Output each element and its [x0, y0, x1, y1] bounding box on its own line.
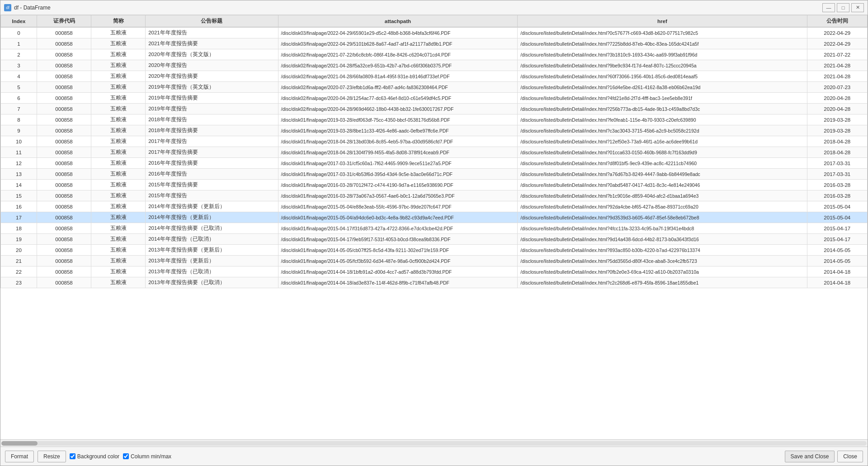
- table-row[interactable]: 16000858五粮液2014年年度报告摘要（更新后）/disc/disk01/…: [1, 201, 868, 212]
- close-button[interactable]: Close: [837, 451, 863, 462]
- table-cell: 五粮液: [91, 256, 146, 266]
- table-row[interactable]: 13000858五粮液2016年年度报告/disc/disk01/finalpa…: [1, 169, 868, 180]
- table-cell: 五粮液: [91, 27, 146, 38]
- close-window-button[interactable]: ✕: [851, 3, 864, 12]
- table-cell: /disclosure/listed/bulletinDetail/index.…: [518, 158, 807, 169]
- table-cell: 2019年年度报告摘要: [146, 93, 278, 104]
- table-row[interactable]: 3000858五粮液2020年年度报告/disc/disk02/finalpag…: [1, 60, 868, 71]
- table-cell: /disclosure/listed/bulletinDetail/index.…: [518, 38, 807, 49]
- table-cell: 2014年年度报告摘要（已取消）: [146, 223, 278, 234]
- app-icon: df: [4, 4, 11, 11]
- table-cell: /disc/disk01/finalpage/2018-04-28/1304f7…: [278, 147, 518, 158]
- col-minmax-checkbox-label[interactable]: Column min/max: [123, 453, 171, 460]
- table-cell: 2018-04-28: [807, 147, 867, 158]
- table-cell: 五粮液: [91, 147, 146, 158]
- table-cell: /disc/disk01/finalpage/2014-04-18/ad3e83…: [278, 277, 518, 288]
- table-row[interactable]: 21000858五粮液2013年年度报告（更新后）/disc/disk01/fi…: [1, 256, 868, 266]
- bg-color-label: Background color: [77, 453, 119, 460]
- table-row[interactable]: 23000858五粮液2013年年度报告摘要（已取消）/disc/disk01/…: [1, 277, 868, 288]
- minimize-button[interactable]: —: [822, 3, 835, 12]
- table-cell: 000858: [37, 104, 91, 114]
- table-cell: 000858: [37, 169, 91, 180]
- col-header-date[interactable]: 公告时间: [807, 15, 867, 28]
- table-row[interactable]: 0000858五粮液2021年年度报告/disc/disk03/finalpag…: [1, 27, 868, 38]
- table-cell: /disclosure/listed/bulletinDetail/index.…: [518, 245, 807, 256]
- table-row[interactable]: 15000858五粮液2015年年度报告/disc/disk01/finalpa…: [1, 190, 868, 201]
- table-cell: 2020年年度报告摘要: [146, 71, 278, 82]
- table-row[interactable]: 5000858五粮液2019年年度报告（英文版）/disc/disk02/fin…: [1, 82, 868, 93]
- table-cell: 五粮液: [91, 190, 146, 201]
- table-container[interactable]: Index 证券代码 简称 公告标题 attachpath href 公告时间 …: [0, 15, 868, 439]
- table-cell: 2018-04-28: [807, 136, 867, 147]
- bg-color-checkbox[interactable]: [70, 453, 75, 459]
- bg-color-checkbox-label[interactable]: Background color: [70, 453, 119, 460]
- scrollbar-thumb[interactable]: [1, 441, 38, 446]
- table-cell: 2015-05-04: [807, 212, 867, 223]
- table-cell: 2017年年度报告摘要: [146, 147, 278, 158]
- bottom-right: Save and Close Close: [785, 451, 863, 462]
- table-row[interactable]: 22000858五粮液2013年年度报告（已取消）/disc/disk01/fi…: [1, 266, 868, 277]
- title-bar-left: df df - DataFrame: [4, 4, 51, 11]
- table-cell: 000858: [37, 38, 91, 49]
- table-row[interactable]: 20000858五粮液2013年年度报告摘要（更新后）/disc/disk01/…: [1, 245, 868, 256]
- table-cell: 2018年年度报告: [146, 114, 278, 125]
- table-cell: 五粮液: [91, 277, 146, 288]
- table-cell: 000858: [37, 234, 91, 245]
- table-row[interactable]: 9000858五粮液2018年年度报告摘要/disc/disk01/finalp…: [1, 125, 868, 136]
- table-cell: 2016年年度报告摘要: [146, 158, 278, 169]
- table-cell: 2018年年度报告摘要: [146, 125, 278, 136]
- table-cell: 2015-05-04: [807, 201, 867, 212]
- table-cell: 2014年年度报告（已取消）: [146, 234, 278, 245]
- col-header-title[interactable]: 公告标题: [146, 15, 278, 28]
- table-row[interactable]: 18000858五粮液2014年年度报告摘要（已取消）/disc/disk01/…: [1, 223, 868, 234]
- table-cell: /disc/disk01/finalpage/2015-05-04/a94dc6…: [278, 212, 518, 223]
- col-header-code[interactable]: 证券代码: [37, 15, 91, 28]
- table-row[interactable]: 10000858五粮液2017年年度报告/disc/disk01/finalpa…: [1, 136, 868, 147]
- col-header-index[interactable]: Index: [1, 15, 37, 28]
- table-row[interactable]: 2000858五粮液2020年年度报告（英文版）/disc/disk02/fin…: [1, 49, 868, 60]
- scrollbar-track[interactable]: [1, 441, 867, 446]
- table-cell: /disc/disk02/finalpage/2020-04-28/969d46…: [278, 104, 518, 114]
- table-row[interactable]: 7000858五粮液2019年年度报告/disc/disk02/finalpag…: [1, 104, 868, 114]
- col-minmax-checkbox[interactable]: [123, 453, 129, 459]
- maximize-button[interactable]: □: [837, 3, 849, 12]
- table-cell: /disclosure/listed/bulletinDetail/index.…: [518, 49, 807, 60]
- table-cell: 2: [1, 49, 37, 60]
- table-cell: /disclosure/listed/bulletinDetail/index.…: [518, 93, 807, 104]
- col-minmax-label: Column min/max: [131, 453, 171, 460]
- table-cell: /disc/disk01/finalpage/2017-03-31/cf5c60…: [278, 158, 518, 169]
- table-cell: 23: [1, 277, 37, 288]
- table-cell: 五粮液: [91, 114, 146, 125]
- table-cell: 000858: [37, 245, 91, 256]
- table-cell: /disclosure/listed/bulletinDetail/index.…: [518, 82, 807, 93]
- table-row[interactable]: 1000858五粮液2021年年度报告摘要/disc/disk03/finalp…: [1, 38, 868, 49]
- table-cell: 五粮液: [91, 71, 146, 82]
- table-cell: /disc/disk03/finalpage/2022-04-29/65901e…: [278, 27, 518, 38]
- save-close-button[interactable]: Save and Close: [785, 451, 835, 462]
- table-cell: 8: [1, 114, 37, 125]
- table-header-row: Index 证券代码 简称 公告标题 attachpath href 公告时间: [1, 15, 868, 28]
- table-cell: 2020-04-28: [807, 104, 867, 114]
- table-cell: 2017-03-31: [807, 169, 867, 180]
- table-cell: 3: [1, 60, 37, 71]
- data-table: Index 证券代码 简称 公告标题 attachpath href 公告时间 …: [0, 15, 868, 288]
- col-header-name[interactable]: 简称: [91, 15, 146, 28]
- table-row[interactable]: 19000858五粮液2014年年度报告（已取消）/disc/disk01/fi…: [1, 234, 868, 245]
- table-row[interactable]: 6000858五粮液2019年年度报告摘要/disc/disk02/finalp…: [1, 93, 868, 104]
- table-row[interactable]: 8000858五粮液2018年年度报告/disc/disk01/finalpag…: [1, 114, 868, 125]
- col-header-href[interactable]: href: [518, 15, 807, 28]
- format-button[interactable]: Format: [5, 451, 34, 462]
- table-row[interactable]: 14000858五粮液2015年年度报告摘要/disc/disk01/final…: [1, 180, 868, 190]
- col-header-attachpath[interactable]: attachpath: [278, 15, 518, 28]
- table-cell: 2017-03-31: [807, 158, 867, 169]
- table-cell: /disclosure/listed/bulletinDetail/index.…: [518, 125, 807, 136]
- table-row[interactable]: 4000858五粮液2020年年度报告摘要/disc/disk02/finalp…: [1, 71, 868, 82]
- table-cell: /disclosure/listed/bulletinDetail/index.…: [518, 190, 807, 201]
- table-row[interactable]: 11000858五粮液2017年年度报告摘要/disc/disk01/final…: [1, 147, 868, 158]
- table-row[interactable]: 17000858五粮液2014年年度报告（更新后）/disc/disk01/fi…: [1, 212, 868, 223]
- table-cell: 2021-04-28: [807, 60, 867, 71]
- table-cell: /disc/disk01/finalpage/2015-04-17/f316d8…: [278, 223, 518, 234]
- resize-button[interactable]: Resize: [38, 451, 66, 462]
- horizontal-scrollbar[interactable]: [0, 439, 868, 447]
- table-row[interactable]: 12000858五粮液2016年年度报告摘要/disc/disk01/final…: [1, 158, 868, 169]
